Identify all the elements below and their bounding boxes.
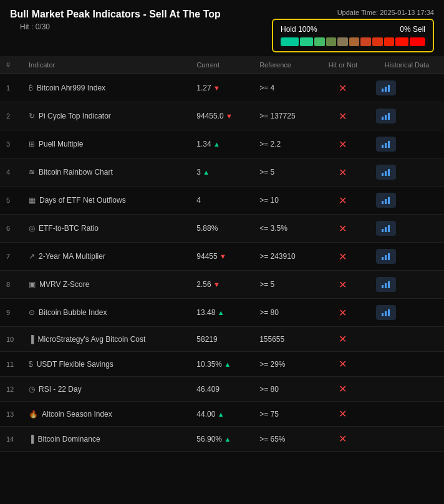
row-historical xyxy=(370,352,444,377)
indicator-icon: ◎ xyxy=(29,224,35,233)
svg-rect-6 xyxy=(382,145,384,148)
indicator-icon: ↗ xyxy=(29,252,35,261)
row-num: 5 xyxy=(0,187,22,215)
row-num: 10 xyxy=(0,327,22,352)
row-indicator: ◎ETF-to-BTC Ratio xyxy=(22,215,190,243)
svg-rect-10 xyxy=(385,171,387,176)
col-current: Current xyxy=(190,56,253,74)
row-current: 1.34 ▲ xyxy=(190,130,253,158)
svg-rect-15 xyxy=(382,229,384,232)
indicator-name: Bitcoin Bubble Index xyxy=(39,308,107,317)
chart-button[interactable] xyxy=(376,221,396,236)
gauge-segment xyxy=(395,37,408,46)
gauge-segment xyxy=(314,37,325,46)
table-row: 11$USDT Flexible Savings10.35% ▲>= 29%✕ xyxy=(0,352,444,377)
row-indicator: ↗2-Year MA Multiplier xyxy=(22,243,190,271)
chart-button[interactable] xyxy=(376,165,396,180)
chart-button[interactable] xyxy=(376,249,396,264)
trend-up-icon: ▲ xyxy=(218,309,224,316)
row-hit: ✕ xyxy=(316,187,370,215)
svg-rect-23 xyxy=(388,281,390,288)
current-value: 10.35% xyxy=(196,360,222,369)
row-indicator: ↻Pi Cycle Top Indicator xyxy=(22,102,190,130)
row-reference: >= 5 xyxy=(253,271,316,299)
row-indicator: ▐Bitcoin Dominance xyxy=(22,427,190,452)
row-historical[interactable] xyxy=(370,271,444,299)
indicator-icon: ▐ xyxy=(29,335,34,344)
row-hit: ✕ xyxy=(316,352,370,377)
row-indicator: ⊞Puell Multiple xyxy=(22,130,190,158)
row-historical[interactable] xyxy=(370,187,444,215)
svg-rect-12 xyxy=(382,201,384,204)
chart-button[interactable] xyxy=(376,80,396,95)
current-value: 2.56 xyxy=(196,280,211,289)
current-value: 58219 xyxy=(196,335,217,344)
indicator-icon: ◷ xyxy=(29,385,35,394)
chart-button[interactable] xyxy=(376,109,396,124)
chart-button[interactable] xyxy=(376,277,396,292)
gauge-segment xyxy=(372,37,383,46)
row-current: 58219 xyxy=(190,327,253,352)
row-hit: ✕ xyxy=(316,327,370,352)
row-current: 94455.0 ▼ xyxy=(190,102,253,130)
row-reference: >= 80 xyxy=(253,377,316,402)
row-current: 13.48 ▲ xyxy=(190,299,253,327)
row-hit: ✕ xyxy=(316,243,370,271)
row-historical[interactable] xyxy=(370,102,444,130)
row-historical xyxy=(370,402,444,427)
indicator-icon: ≋ xyxy=(29,168,35,177)
indicator-name: Bitcoin Dominance xyxy=(38,435,100,443)
table-row: 12◷RSI - 22 Day46.409 >= 80✕ xyxy=(0,377,444,402)
indicator-name: Days of ETF Net Outflows xyxy=(39,196,126,205)
chart-button[interactable] xyxy=(376,305,396,320)
row-num: 3 xyxy=(0,130,22,158)
row-num: 6 xyxy=(0,215,22,243)
row-num: 8 xyxy=(0,271,22,299)
svg-rect-0 xyxy=(382,89,384,92)
row-current: 10.35% ▲ xyxy=(190,352,253,377)
gauge-segment xyxy=(360,37,371,46)
current-value: 1.27 xyxy=(196,84,211,92)
row-reference: 155655 xyxy=(253,327,316,352)
chart-button[interactable] xyxy=(376,193,396,208)
svg-rect-22 xyxy=(385,283,387,288)
gauge-segment xyxy=(326,37,337,46)
row-historical[interactable] xyxy=(370,215,444,243)
row-historical[interactable] xyxy=(370,74,444,102)
row-reference: >= 10 xyxy=(253,187,316,215)
gauge-segment xyxy=(384,37,395,46)
col-num: # xyxy=(0,56,22,74)
svg-rect-17 xyxy=(388,225,390,232)
row-historical[interactable] xyxy=(370,299,444,327)
svg-rect-14 xyxy=(388,197,390,204)
row-reference: >= 80 xyxy=(253,299,316,327)
table-row: 9⊙Bitcoin Bubble Index13.48 ▲>= 80✕ xyxy=(0,299,444,327)
gauge-bar xyxy=(281,37,425,46)
hold-label: Hold 100% xyxy=(281,25,317,34)
row-num: 11 xyxy=(0,352,22,377)
row-indicator: ₿Bitcoin Ahr999 Index xyxy=(22,74,190,102)
svg-rect-4 xyxy=(385,115,387,120)
row-historical[interactable] xyxy=(370,243,444,271)
row-reference: >= 65% xyxy=(253,427,316,452)
row-reference: >= 75 xyxy=(253,402,316,427)
indicator-name: RSI - 22 Day xyxy=(39,385,82,394)
row-num: 12 xyxy=(0,377,22,402)
trend-down-icon: ▼ xyxy=(220,253,226,260)
table-row: 4≋Bitcoin Rainbow Chart3 ▲>= 5✕ xyxy=(0,158,444,187)
row-reference: >= 2.2 xyxy=(253,130,316,158)
row-num: 7 xyxy=(0,243,22,271)
gauge-segment xyxy=(300,37,313,46)
svg-rect-5 xyxy=(388,113,390,120)
indicator-name: USDT Flexible Savings xyxy=(37,360,113,369)
row-historical[interactable] xyxy=(370,158,444,187)
col-historical: Historical Data xyxy=(370,56,444,74)
row-reference: >= 4 xyxy=(253,74,316,102)
table-row: 5▦Days of ETF Net Outflows4 >= 10✕ xyxy=(0,187,444,215)
current-value: 44.00 xyxy=(196,410,215,419)
chart-button[interactable] xyxy=(376,137,396,152)
table-row: 2↻Pi Cycle Top Indicator94455.0 ▼>= 1377… xyxy=(0,102,444,130)
row-historical[interactable] xyxy=(370,130,444,158)
indicator-name: 2-Year MA Multiplier xyxy=(39,252,105,261)
svg-rect-8 xyxy=(388,141,390,148)
